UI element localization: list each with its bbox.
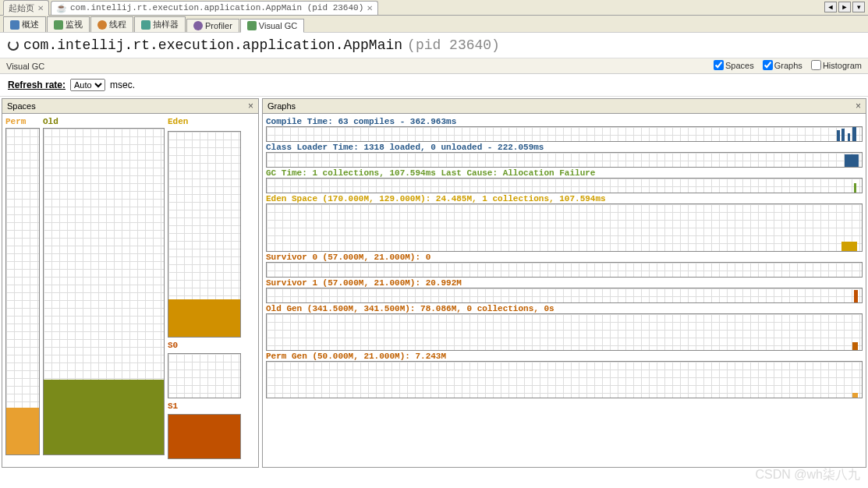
svg-rect-9 <box>852 393 858 398</box>
sampler-icon <box>141 20 151 30</box>
compile-time-row: Compile Time: 63 compiles - 362.963ms <box>266 117 863 142</box>
graphs-body: Compile Time: 63 compiles - 362.963ms Cl… <box>263 114 866 467</box>
profiler-icon <box>193 21 203 30</box>
perm-fill <box>6 408 39 454</box>
eden-row: Eden Space (170.000M, 129.000M): 24.485M… <box>266 194 863 252</box>
subtab-visualgc[interactable]: Visual GC <box>240 19 304 33</box>
perm-label: Perm <box>5 117 40 126</box>
permgen-chart <box>266 361 863 398</box>
svg-rect-0 <box>837 130 840 141</box>
svg-rect-3 <box>852 127 856 141</box>
subtab-profiler[interactable]: Profiler <box>186 19 239 32</box>
tab-app-label: com.intellij.rt.execution.application.Ap… <box>70 3 363 12</box>
svg-rect-7 <box>854 290 858 302</box>
classloader-chart <box>266 152 863 168</box>
s1-graph-chart <box>266 288 863 303</box>
s1-chart <box>168 414 241 459</box>
visualgc-label: Visual GC <box>6 62 44 71</box>
eden-chart <box>168 131 241 338</box>
eden-label: Eden <box>168 117 241 126</box>
s1-row: Survivor 1 (57.000M, 21.000M): 20.992M <box>266 278 863 303</box>
s0-chart <box>168 353 241 398</box>
svg-rect-8 <box>852 342 858 350</box>
eden-survivor-column: Eden S0 S1 <box>168 117 241 464</box>
permgen-label: Perm Gen (50.000M, 21.000M): 7.243M <box>266 352 863 361</box>
app-title: com.intellij.rt.execution.application.Ap… <box>0 33 868 58</box>
oldgen-row: Old Gen (341.500M, 341.500M): 78.086M, 0… <box>266 304 863 351</box>
compile-time-chart <box>266 126 863 142</box>
gctime-chart <box>266 178 863 193</box>
old-chart <box>43 128 165 455</box>
refresh-label: Refresh rate: <box>8 80 66 90</box>
s1-fill <box>168 415 240 458</box>
tab-start-label: 起始页 <box>9 2 34 14</box>
view-toggles: Spaces Graphs Histogram <box>707 60 862 72</box>
refresh-unit: msec. <box>110 80 135 90</box>
s1-graph-label: Survivor 1 (57.000M, 21.000M): 20.992M <box>266 278 863 288</box>
classloader-label: Class Loader Time: 1318 loaded, 0 unload… <box>266 143 863 152</box>
reload-icon[interactable] <box>8 40 19 51</box>
java-icon: ☕ <box>56 3 67 13</box>
menu-button[interactable]: ▾ <box>852 2 865 12</box>
perm-column: Perm <box>5 117 40 464</box>
tab-start-page[interactable]: 起始页 ✕ <box>3 0 49 16</box>
compile-time-label: Compile Time: 63 compiles - 362.963ms <box>266 117 863 126</box>
histogram-checkbox[interactable]: Histogram <box>811 60 862 70</box>
s0-row: Survivor 0 (57.000M, 21.000M): 0 <box>266 253 863 278</box>
gctime-row: GC Time: 1 collections, 107.594ms Last C… <box>266 168 863 193</box>
spaces-panel: Spaces × Perm Old Eden S0 S1 <box>2 98 259 468</box>
refresh-select[interactable]: Auto <box>70 79 105 91</box>
watermark: CSDN @wh柒八九 <box>756 467 860 483</box>
svg-rect-2 <box>848 133 850 141</box>
subtab-sampler[interactable]: 抽样器 <box>134 16 186 32</box>
svg-rect-4 <box>845 154 859 167</box>
oldgen-label: Old Gen (341.500M, 341.500M): 78.086M, 0… <box>266 304 863 313</box>
classloader-row: Class Loader Time: 1318 loaded, 0 unload… <box>266 143 863 168</box>
refresh-bar: Refresh rate: Auto msec. <box>0 74 868 97</box>
perm-chart <box>5 128 40 455</box>
permgen-row: Perm Gen (50.000M, 21.000M): 7.243M <box>266 352 863 398</box>
spaces-checkbox[interactable]: Spaces <box>714 60 754 70</box>
graphs-panel-header: Graphs × <box>263 99 866 114</box>
subtab-monitor[interactable]: 监视 <box>47 16 90 32</box>
close-icon[interactable]: × <box>856 101 861 111</box>
svg-rect-6 <box>841 242 857 251</box>
subtab-bar: 概述 监视 线程 抽样器 Profiler Visual GC <box>0 16 868 33</box>
visualgc-icon <box>247 21 257 30</box>
eden-graph-label: Eden Space (170.000M, 129.000M): 24.485M… <box>266 194 863 203</box>
s0-graph-chart <box>266 262 863 278</box>
subtab-threads[interactable]: 线程 <box>90 16 133 32</box>
close-icon[interactable]: × <box>248 101 253 111</box>
monitor-icon <box>54 20 63 30</box>
spaces-panel-header: Spaces × <box>2 99 258 114</box>
eden-graph-chart <box>266 203 863 252</box>
title-pid: (pid 23640) <box>407 37 500 53</box>
gctime-label: GC Time: 1 collections, 107.594ms Last C… <box>266 168 863 178</box>
top-tab-bar: 起始页 ✕ ☕ com.intellij.rt.execution.applic… <box>0 0 868 16</box>
subtab-overview[interactable]: 概述 <box>3 16 46 32</box>
graphs-checkbox[interactable]: Graphs <box>763 60 802 70</box>
prev-button[interactable]: ◄ <box>824 2 837 12</box>
close-icon[interactable]: ✕ <box>367 4 373 12</box>
s1-label: S1 <box>168 401 241 411</box>
title-main: com.intellij.rt.execution.application.Ap… <box>23 37 402 53</box>
graphs-panel: Graphs × Compile Time: 63 compiles - 362… <box>262 98 866 468</box>
visualgc-header: Visual GC Spaces Graphs Histogram <box>0 58 868 74</box>
tab-app[interactable]: ☕ com.intellij.rt.execution.application.… <box>51 1 378 15</box>
overview-icon <box>10 20 19 30</box>
oldgen-chart <box>266 313 863 351</box>
s0-label: S0 <box>168 341 241 350</box>
main-panels: Spaces × Perm Old Eden S0 S1 Gr <box>0 97 868 469</box>
s0-graph-label: Survivor 0 (57.000M, 21.000M): 0 <box>266 253 863 262</box>
old-fill <box>44 380 164 454</box>
old-label: Old <box>43 117 165 126</box>
svg-rect-1 <box>841 129 845 141</box>
eden-fill <box>168 299 240 337</box>
spaces-body: Perm Old Eden S0 S1 <box>2 114 258 467</box>
threads-icon <box>97 20 107 30</box>
close-icon[interactable]: ✕ <box>37 4 44 12</box>
svg-rect-5 <box>854 183 856 193</box>
next-button[interactable]: ► <box>838 2 851 12</box>
window-controls: ◄ ► ▾ <box>824 2 865 12</box>
old-column: Old <box>43 117 165 464</box>
